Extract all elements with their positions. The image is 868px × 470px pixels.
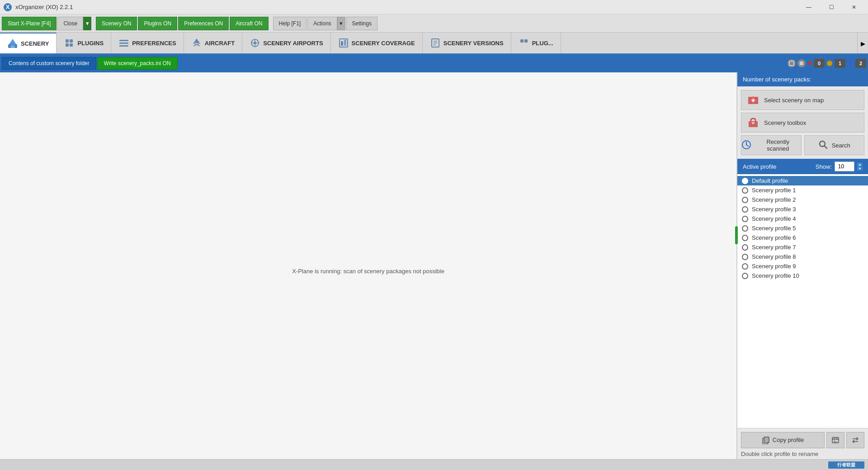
watermark-text: 行者联盟 bbox=[837, 462, 855, 468]
actions-button-group: Actions ▾ bbox=[307, 17, 345, 30]
tab-plugins[interactable]: PLUGINS bbox=[57, 33, 111, 53]
tab-plugins-extra[interactable]: Plug... bbox=[511, 33, 561, 53]
radio-9 bbox=[742, 263, 748, 270]
radio-2 bbox=[742, 197, 748, 203]
tab-scenery-versions-label: Scenery versions bbox=[443, 40, 504, 47]
aircraft-icon bbox=[191, 38, 202, 48]
svg-rect-10 bbox=[119, 43, 128, 44]
settings-button[interactable]: Settings bbox=[346, 17, 377, 30]
tab-scenery-coverage[interactable]: Scenery coverage bbox=[331, 33, 423, 53]
recently-scanned-icon bbox=[741, 140, 751, 151]
svg-rect-23 bbox=[520, 39, 524, 43]
panel-btn-row: Recently scanned Search bbox=[741, 135, 864, 155]
radio-8 bbox=[742, 254, 748, 260]
main-toolbar: Start X-Plane [F4] Close ▾ Scenery ON Pl… bbox=[0, 14, 868, 33]
svg-rect-26 bbox=[800, 62, 803, 65]
tab-scenery-airports[interactable]: Scenery airports bbox=[242, 33, 330, 53]
tab-plugins-label: PLUGINS bbox=[77, 40, 104, 47]
profile-item-1[interactable]: Scenery profile 1 bbox=[737, 185, 868, 195]
profile-transfer-icon bbox=[851, 436, 860, 445]
close-button[interactable]: ✕ bbox=[844, 0, 864, 14]
plugins-on-button[interactable]: Plugins ON bbox=[138, 17, 177, 30]
minimize-button[interactable]: — bbox=[798, 0, 819, 14]
close-arrow[interactable]: ▾ bbox=[83, 17, 91, 30]
svg-rect-11 bbox=[119, 45, 128, 47]
profile-label-2: Scenery profile 2 bbox=[752, 196, 796, 203]
actions-arrow[interactable]: ▾ bbox=[337, 17, 345, 30]
tabs-scroll-right[interactable]: ▶ bbox=[857, 33, 868, 54]
window-controls: — ☐ ✕ bbox=[798, 0, 864, 14]
scenery-toolbox-button[interactable]: Scenery toolbox bbox=[741, 113, 864, 133]
copy-icon bbox=[762, 436, 770, 444]
scenery-versions-icon bbox=[430, 38, 441, 48]
count-2: 2 bbox=[855, 59, 866, 68]
recently-scanned-button[interactable]: Recently scanned bbox=[741, 135, 802, 155]
aircraft-on-button[interactable]: Aircraft ON bbox=[230, 17, 268, 30]
show-spinner[interactable]: ▲ ▼ bbox=[857, 163, 863, 171]
tab-scenery-versions[interactable]: Scenery versions bbox=[423, 33, 511, 53]
content-message: X-Plane is running: scan of scenery pack… bbox=[292, 268, 444, 275]
profile-item-10[interactable]: Scenery profile 10 bbox=[737, 271, 868, 280]
title-bar-left: X xOrganizer (XO) 2.2.1 bbox=[4, 3, 73, 11]
profile-item-4[interactable]: Scenery profile 4 bbox=[737, 214, 868, 223]
tab-scenery-airports-label: Scenery airports bbox=[263, 40, 323, 47]
count-0: 0 bbox=[814, 59, 825, 68]
svg-rect-7 bbox=[66, 43, 69, 47]
recently-scanned-label: Recently scanned bbox=[755, 138, 801, 152]
actions-button[interactable]: Actions bbox=[307, 17, 337, 30]
profile-item-9[interactable]: Scenery profile 9 bbox=[737, 261, 868, 271]
svg-rect-16 bbox=[340, 39, 348, 47]
preferences-icon bbox=[118, 38, 129, 48]
svg-rect-9 bbox=[119, 40, 128, 41]
write-ini-button[interactable]: Write scenery_packs.ini ON bbox=[97, 57, 178, 70]
svg-rect-6 bbox=[70, 39, 73, 43]
profile-item-2[interactable]: Scenery profile 2 bbox=[737, 195, 868, 204]
start-xplane-button[interactable]: Start X-Plane [F4] bbox=[2, 17, 57, 30]
close-button[interactable]: Close bbox=[57, 17, 83, 30]
search-button[interactable]: Search bbox=[804, 135, 865, 155]
copy-profile-button[interactable]: Copy profile bbox=[741, 432, 825, 448]
select-map-icon bbox=[747, 94, 760, 106]
profile-item-default[interactable]: Default profile bbox=[737, 176, 868, 185]
profile-action-btn-1[interactable] bbox=[826, 432, 844, 448]
scenery-coverage-icon bbox=[338, 38, 349, 48]
svg-rect-4 bbox=[11, 45, 14, 48]
scenery-icon bbox=[7, 38, 18, 49]
profile-item-3[interactable]: Scenery profile 3 bbox=[737, 204, 868, 214]
select-map-button[interactable]: Select scenery on map bbox=[741, 90, 864, 110]
tab-aircraft[interactable]: AIRCRAFT bbox=[184, 33, 242, 53]
status-indicators: 0 1 2 bbox=[788, 59, 866, 68]
svg-rect-36 bbox=[752, 122, 755, 124]
profile-item-5[interactable]: Scenery profile 5 bbox=[737, 223, 868, 233]
panel-buttons: Select scenery on map Scenery toolbox bbox=[737, 86, 868, 159]
svg-point-29 bbox=[848, 61, 853, 66]
tab-scenery[interactable]: SCENERY bbox=[0, 33, 57, 53]
preferences-on-button[interactable]: Preferences ON bbox=[178, 17, 229, 30]
tab-scenery-coverage-label: Scenery coverage bbox=[352, 40, 415, 47]
contents-folder-button[interactable]: Contens of custom scenery folder bbox=[2, 57, 96, 70]
status-indicator-empty bbox=[788, 59, 796, 67]
tab-preferences-label: PREFERENCES bbox=[132, 40, 176, 47]
tab-plugins-extra-label: Plug... bbox=[532, 40, 553, 47]
scenery-airports-icon bbox=[250, 38, 260, 48]
profile-item-7[interactable]: Scenery profile 7 bbox=[737, 242, 868, 252]
nav-tabs: SCENERY PLUGINS PREFERENCES AIRCRAFT bbox=[0, 33, 868, 54]
svg-rect-5 bbox=[66, 39, 69, 43]
copy-btn-row: Copy profile bbox=[741, 432, 864, 448]
plugins-icon bbox=[64, 38, 75, 48]
profile-item-8[interactable]: Scenery profile 8 bbox=[737, 252, 868, 261]
status-bar-right: 行者联盟 bbox=[828, 461, 864, 469]
help-button[interactable]: Help [F1] bbox=[273, 17, 307, 30]
profile-action-btn-2[interactable] bbox=[846, 432, 864, 448]
tab-preferences[interactable]: PREFERENCES bbox=[111, 33, 184, 53]
maximize-button[interactable]: ☐ bbox=[821, 0, 842, 14]
profile-label-6: Scenery profile 6 bbox=[752, 234, 796, 241]
profile-item-6[interactable]: Scenery profile 6 bbox=[737, 233, 868, 242]
svg-line-39 bbox=[825, 146, 827, 148]
scenery-on-button[interactable]: Scenery ON bbox=[96, 17, 137, 30]
svg-point-27 bbox=[808, 62, 811, 65]
show-label: Show: bbox=[816, 163, 832, 170]
app-title: xOrganizer (XO) 2.2.1 bbox=[15, 4, 73, 10]
count-1: 1 bbox=[835, 59, 845, 68]
show-input[interactable] bbox=[835, 161, 854, 171]
